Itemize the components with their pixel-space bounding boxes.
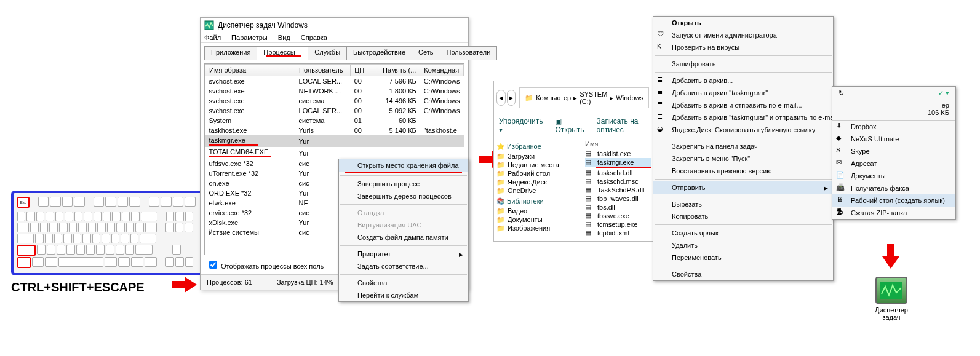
rar-icon: ≣ — [657, 100, 667, 110]
menu-item[interactable]: Удалить — [653, 239, 833, 251]
open-button[interactable]: ▣ Открыть — [555, 117, 584, 134]
sidebar-item[interactable]: 📁OneDrive — [496, 186, 578, 195]
sidebar-item[interactable]: 📁Документы — [496, 215, 578, 224]
list-item[interactable]: ▤taskmgr.exe — [585, 158, 651, 167]
menu-item[interactable]: SSkype — [832, 145, 955, 157]
show-all-checkbox[interactable] — [209, 261, 217, 269]
menu-item[interactable]: Завершить дерево процессов — [339, 190, 468, 202]
col-cpu[interactable]: ЦП — [351, 65, 373, 76]
key-esc: Esc — [17, 197, 30, 208]
menu-item[interactable]: Переименовать — [653, 251, 833, 264]
col-cmd[interactable]: Командная — [420, 65, 464, 76]
key-ctrl — [17, 257, 31, 268]
col-user[interactable]: Пользователь — [295, 65, 351, 76]
tab-users[interactable]: Пользователи — [440, 46, 498, 60]
list-item[interactable]: ▤taskschd.dll — [585, 168, 651, 177]
menu-item[interactable]: Открыть — [653, 17, 833, 29]
menu-item[interactable]: 📠Получатель факса — [832, 182, 955, 194]
menu-item[interactable]: Задать соответствие... — [339, 260, 468, 272]
menu-item[interactable]: Создать ярлык — [653, 227, 833, 239]
tab-performance[interactable]: Быстродействие — [346, 46, 412, 60]
menu-help[interactable]: Справка — [301, 34, 327, 41]
nav-fwd-button[interactable]: ► — [507, 90, 516, 106]
menu-item[interactable]: ≣Добавить в архив "taskmgr.rar" и отправ… — [653, 111, 833, 124]
tab-applications[interactable]: Приложения — [204, 46, 257, 60]
menu-item[interactable]: Закрепить на панели задач — [653, 140, 833, 152]
list-item[interactable]: ▤tbs.dll — [585, 203, 651, 212]
table-row[interactable]: svchost.exeLOCAL SER...005 092 КБC:\Wind… — [205, 106, 464, 116]
menu-item[interactable]: Закрепить в меню "Пуск" — [653, 152, 833, 165]
burn-button[interactable]: Записать на оптичес — [597, 117, 650, 134]
menu-item[interactable]: 🛡Запуск от имени администратора — [653, 29, 833, 41]
organize-button[interactable]: Упорядочить ▾ — [499, 117, 543, 134]
menu-item[interactable]: ◒Яндекс.Диск: Скопировать публичную ссыл… — [653, 124, 833, 136]
col-mem[interactable]: Память (... — [373, 65, 420, 76]
menu-item[interactable]: Вырезать — [653, 198, 833, 210]
menu-item[interactable]: Свойства — [653, 268, 833, 280]
libraries-header[interactable]: 📚 Библиотеки — [496, 197, 578, 205]
menu-item[interactable]: 🗜Сжатая ZIP-папка — [832, 207, 955, 219]
hdr-size: 106 КБ — [851, 109, 949, 116]
list-item[interactable]: ▤tcmsetup.exe — [585, 220, 651, 229]
svg-marker-3 — [882, 244, 899, 269]
menu-item[interactable]: Свойства — [339, 277, 468, 289]
tab-services[interactable]: Службы — [308, 46, 347, 60]
tab-processes[interactable]: Процессы — [257, 46, 308, 60]
menu-item[interactable]: Открыть место хранения файла — [339, 159, 468, 172]
table-row[interactable]: taskmgr.exeYur — [205, 135, 464, 147]
breadcrumb[interactable]: 📁 Компьютер ▸ SYSTEM (C:) ▸ Windows — [519, 87, 649, 108]
list-item[interactable]: ▤tasklist.exe — [585, 149, 651, 158]
menu-item: Отладка — [339, 207, 468, 219]
list-item[interactable]: ▤taskschd.msc — [585, 177, 651, 186]
sidebar-item[interactable]: 📁Яндекс.Диск — [496, 178, 578, 186]
sidebar-item[interactable]: 📁Загрузки — [496, 152, 578, 160]
sidebar-item[interactable]: 📁Недавние места — [496, 160, 578, 169]
yd-icon: ◒ — [657, 125, 667, 135]
menu-item[interactable]: ≣Добавить в архив и отправить по e-mail.… — [653, 99, 833, 111]
menu-item[interactable]: 🖥Рабочий стол (создать ярлык) — [832, 194, 955, 207]
sidebar-item[interactable]: 📁Рабочий стол — [496, 169, 578, 178]
menu-item[interactable]: ≣Добавить в архив... — [653, 74, 833, 87]
menu-item[interactable]: Восстановить прежнюю версию — [653, 165, 833, 177]
list-item[interactable]: ▤tbb_waves.dll — [585, 194, 651, 203]
menu-item[interactable]: Создать файл дампа памяти — [339, 231, 468, 243]
col-name[interactable]: Имя — [585, 139, 651, 149]
menu-item[interactable]: KПроверить на вирусы — [653, 41, 833, 53]
menu-item[interactable]: ◆NeXuS Ultimate — [832, 133, 955, 145]
table-row[interactable]: svchost.exeсистема0014 496 КБC:\Windows — [205, 96, 464, 106]
menu-file[interactable]: Файл — [204, 34, 221, 41]
col-image-name[interactable]: Имя образа — [205, 65, 295, 76]
menu-item[interactable]: Зашифровать — [653, 58, 833, 70]
menu-item[interactable]: Приоритет▶ — [339, 248, 468, 260]
menu-item[interactable]: 📄Документы — [832, 170, 955, 182]
menu-item[interactable]: Перейти к службам — [339, 289, 468, 301]
menu-view[interactable]: Вид — [278, 34, 290, 41]
more-icon[interactable]: ✓ ▾ — [938, 89, 949, 97]
file-list[interactable]: Имя ▤tasklist.exe▤taskmgr.exe▤taskschd.d… — [581, 136, 655, 240]
list-item[interactable]: ▤tbssvc.exe — [585, 212, 651, 220]
nav-back-button[interactable]: ◄ — [496, 90, 506, 106]
table-row[interactable]: svchost.exeNETWORK ...001 800 КБC:\Windo… — [205, 86, 464, 96]
menu-options[interactable]: Параметры — [231, 34, 268, 41]
refresh-icon[interactable]: ↻ — [839, 89, 844, 97]
table-row[interactable]: taskhost.exeYuris005 140 КБ"taskhost.e — [205, 125, 464, 135]
table-row[interactable]: svchost.exeLOCAL SER...007 596 КБC:\Wind… — [205, 76, 464, 87]
list-item[interactable]: ▤TaskSchdPS.dll — [585, 186, 651, 194]
explorer-toolbar: Упорядочить ▾ ▣ Открыть Записать на опти… — [494, 114, 655, 136]
sidebar-item[interactable]: 📁Видео — [496, 207, 578, 215]
menu-item[interactable]: Отправить▶ — [653, 181, 833, 194]
tab-networking[interactable]: Сеть — [412, 46, 440, 60]
favorites-header[interactable]: ⭐ Избранное — [496, 143, 578, 151]
menu-item[interactable]: Завершить процесс — [339, 178, 468, 190]
taskmgr-icon — [204, 20, 214, 30]
hdr-name: ер — [851, 101, 949, 109]
desktop-shortcut[interactable]: Диспетчер задач — [867, 277, 916, 321]
menu-item[interactable]: ≣Добавить в архив "taskmgr.rar" — [653, 87, 833, 99]
list-item[interactable]: ▤tcpbidi.xml — [585, 229, 651, 237]
table-row[interactable]: TOTALCMD64.EXEYur — [205, 147, 464, 159]
menu-item[interactable]: ⬇Dropbox — [832, 121, 955, 133]
menu-item[interactable]: ✉Адресат — [832, 157, 955, 170]
menu-item[interactable]: Копировать — [653, 210, 833, 223]
table-row[interactable]: Systemсистема0160 КБ — [205, 116, 464, 125]
sidebar-item[interactable]: 📁Изображения — [496, 224, 578, 232]
